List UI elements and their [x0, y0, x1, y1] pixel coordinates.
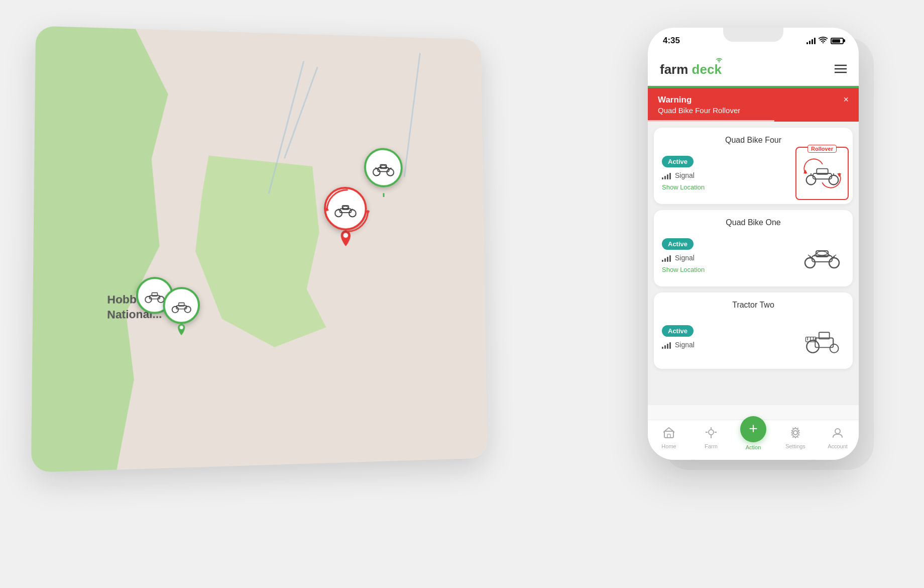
map-background: Hobbs National... — [31, 26, 488, 472]
signal-text-1: Signal — [675, 171, 695, 179]
status-badge-1: Active — [662, 156, 694, 167]
svg-marker-12 — [366, 211, 370, 215]
app-header: farm deck — [648, 54, 859, 86]
svg-point-52 — [806, 340, 819, 353]
tractor-card-icon — [801, 323, 844, 354]
map-marker-quad-four[interactable] — [324, 186, 367, 246]
warning-banner[interactable]: Warning Quad Bike Four Rollover × — [648, 88, 859, 122]
svg-point-26 — [185, 307, 191, 313]
svg-marker-11 — [325, 207, 329, 211]
signal-bars-small-3 — [662, 341, 671, 349]
nav-item-home[interactable]: Home — [648, 427, 690, 453]
marker-circle-small-green-2 — [163, 287, 200, 324]
signal-row-1: Signal — [662, 171, 793, 179]
phone-notch — [723, 28, 783, 42]
device-image-container-3 — [799, 316, 845, 361]
marker-circle-red — [324, 186, 367, 230]
atv-icon-svg — [371, 158, 396, 177]
nav-label-action: Action — [746, 444, 761, 450]
rollover-arrows — [322, 185, 373, 237]
nav-label-farm: Farm — [705, 443, 718, 449]
wifi-icon — [819, 37, 828, 45]
status-badge-2: Active — [662, 238, 694, 250]
svg-point-49 — [817, 251, 827, 255]
signal-bars-small-2 — [662, 254, 671, 262]
nav-item-action[interactable]: + Action — [732, 416, 774, 454]
svg-point-41 — [805, 258, 815, 268]
device-card-quad-one[interactable]: Quad Bike One Active — [654, 210, 853, 286]
phone-shell: 4:35 — [648, 28, 859, 460]
warning-close-button[interactable]: × — [843, 95, 849, 104]
rollover-label: Rollover — [807, 145, 837, 153]
warning-subtitle: Quad Bike Four Rollover — [658, 106, 740, 115]
nav-label-account: Account — [828, 443, 848, 449]
phone-status-icons — [806, 37, 844, 45]
svg-point-21 — [145, 297, 152, 303]
signal-bars-icon — [806, 37, 816, 44]
svg-point-69 — [793, 431, 797, 435]
nav-item-settings[interactable]: Settings — [774, 427, 817, 453]
map-marker-small-2[interactable] — [163, 287, 200, 335]
map-terrain-center — [195, 155, 326, 348]
svg-point-25 — [172, 307, 178, 313]
svg-point-0 — [373, 169, 380, 176]
marker-pin-green — [379, 185, 388, 198]
signal-row-3: Signal — [662, 341, 793, 349]
signal-text-3: Signal — [675, 341, 695, 349]
warning-progress-bar — [648, 120, 774, 122]
marker-group-bottom — [136, 277, 174, 314]
status-badge-3: Active — [662, 325, 694, 337]
battery-icon — [831, 38, 844, 44]
device-list: Quad Bike Four Active — [648, 122, 859, 405]
phone-content: farm deck — [648, 54, 859, 460]
device-card-title-1: Quad Bike Four — [662, 136, 845, 145]
device-image-container-1: Rollover — [799, 151, 845, 196]
hamburger-menu-icon[interactable] — [835, 63, 847, 76]
app-logo: farm deck — [660, 62, 722, 77]
marker-pin-small — [177, 324, 185, 335]
svg-point-53 — [830, 344, 838, 353]
device-card-info-3: Active Signal — [662, 325, 793, 352]
account-icon — [832, 427, 843, 441]
farm-icon — [706, 427, 717, 441]
nav-item-account[interactable]: Account — [817, 427, 859, 453]
signal-text-2: Signal — [675, 254, 695, 262]
svg-point-1 — [387, 169, 394, 176]
home-icon — [663, 427, 674, 441]
bottom-nav: Home Farm — [648, 420, 859, 460]
device-card-info-2: Active Signal Show Location — [662, 238, 793, 274]
map-river-3 — [404, 53, 421, 177]
device-image-container-2 — [799, 233, 845, 278]
plus-icon: + — [749, 421, 758, 436]
svg-rect-63 — [667, 434, 670, 438]
action-add-button[interactable]: + — [740, 416, 766, 442]
wifi-logo-icon — [716, 58, 723, 63]
signal-bars-small-1 — [662, 171, 671, 179]
device-card-body-1: Active Signal Show Location — [662, 151, 845, 196]
svg-point-70 — [835, 429, 840, 434]
rollover-badge — [795, 147, 849, 200]
nav-label-settings: Settings — [785, 443, 805, 449]
marker-circle-green — [364, 148, 403, 187]
show-location-link-1[interactable]: Show Location — [662, 183, 705, 191]
nav-label-home: Home — [661, 443, 676, 449]
atv-normal-card-icon — [802, 241, 842, 271]
svg-point-42 — [829, 258, 839, 268]
phone-time: 4:35 — [663, 36, 680, 46]
svg-point-64 — [709, 430, 714, 435]
phone-wrapper: 4:35 — [648, 28, 859, 460]
map-card: Hobbs National... — [31, 26, 488, 472]
nav-item-farm[interactable]: Farm — [690, 427, 732, 453]
device-card-title-3: Tractor Two — [662, 301, 845, 310]
show-location-link-2[interactable]: Show Location — [662, 266, 705, 273]
device-card-body-2: Active Signal Show Location — [662, 233, 845, 278]
signal-row-2: Signal — [662, 254, 793, 262]
device-card-info-1: Active Signal Show Location — [662, 156, 793, 191]
device-card-tractor-two[interactable]: Tractor Two Active Si — [654, 292, 853, 369]
warning-text: Warning Quad Bike Four Rollover — [658, 95, 740, 115]
device-card-title-2: Quad Bike One — [662, 218, 845, 227]
map-terrain-left — [31, 26, 201, 472]
settings-icon — [790, 427, 801, 441]
device-card-quad-four[interactable]: Quad Bike Four Active — [654, 128, 853, 204]
warning-title: Warning — [658, 95, 740, 105]
